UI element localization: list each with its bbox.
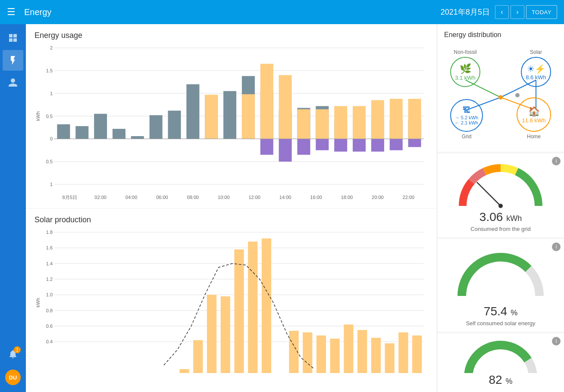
notification-button[interactable]: 1 [3, 344, 23, 364]
sidebar-item-energy[interactable] [3, 50, 23, 71]
prev-date-button[interactable]: ‹ [495, 5, 509, 19]
sidebar-bottom: 1 DU [3, 344, 23, 385]
bottom-gauge-card: i 82 % [437, 333, 564, 392]
home-node: 🏠 11.6 kWh Home [517, 97, 551, 141]
grid-gauge-value: 3.06 kWh [444, 210, 557, 224]
solar-gauge-svg [444, 244, 557, 305]
bottom-gauge-info[interactable]: i [552, 337, 561, 345]
menu-icon[interactable]: ☰ [7, 6, 16, 18]
energy-distribution-card: Energy distribution Non-fossil 🌿 3.1 kWh… [437, 24, 564, 152]
app-title: Energy [24, 7, 441, 17]
notification-count: 1 [14, 346, 21, 353]
user-avatar[interactable]: DU [5, 370, 21, 385]
solar-node: Solar ☀⚡ 8.6 kWh [521, 49, 551, 87]
solar-production-chart [34, 228, 428, 386]
solar-production-title: Solar production [34, 215, 428, 224]
non-fossil-node: Non-fossil 🌿 3.1 kWh [450, 49, 480, 87]
sidebar-item-person[interactable] [3, 72, 23, 93]
today-button[interactable]: TODAY [526, 5, 557, 19]
bottom-gauge-value: 82 % [444, 373, 557, 387]
grid-gauge-card: i 3.06 kWh Consumed from the grid [437, 153, 564, 237]
solar-gauge-label: Self consumed solar energy [444, 320, 557, 327]
sidebar-item-dashboard[interactable] [3, 28, 23, 48]
grid-gauge-svg [444, 159, 557, 210]
solar-gauge-card: i 75.4 % Self consumed solar energy [437, 239, 564, 332]
energy-distribution-title: Energy distribution [444, 31, 557, 39]
svg-point-6 [515, 93, 520, 97]
solar-gauge-info[interactable]: i [552, 243, 561, 251]
charts-area: Energy usage Solar production [26, 24, 437, 392]
topbar: ☰ Energy 2021年8月5日 ‹ › TODAY [0, 0, 564, 24]
next-date-button[interactable]: › [511, 5, 524, 19]
solar-gauge-value: 75.4 % [444, 305, 557, 318]
svg-point-5 [498, 95, 503, 100]
grid-gauge-label: Consumed from the grid [444, 226, 557, 232]
distribution-network: Non-fossil 🌿 3.1 kWh Solar ☀⚡ 8.6 kWh [444, 46, 557, 145]
energy-usage-title: Energy usage [34, 31, 428, 40]
energy-usage-chart [34, 44, 428, 202]
main-content: Energy usage Solar production Energy dis… [26, 24, 564, 392]
sidebar: 1 DU [0, 24, 26, 392]
current-date: 2021年8月5日 [441, 7, 490, 17]
bottom-gauge-svg [444, 339, 557, 373]
right-panel: Energy distribution Non-fossil 🌿 3.1 kWh… [437, 24, 564, 392]
energy-usage-section: Energy usage [26, 24, 437, 208]
grid-gauge-info[interactable]: i [552, 157, 561, 165]
solar-production-section: Solar production [26, 208, 437, 392]
date-navigation: ‹ › TODAY [495, 5, 557, 19]
grid-node: 🏗 → 5.2 kWh ← 2.1 kWh Grid [450, 99, 483, 141]
